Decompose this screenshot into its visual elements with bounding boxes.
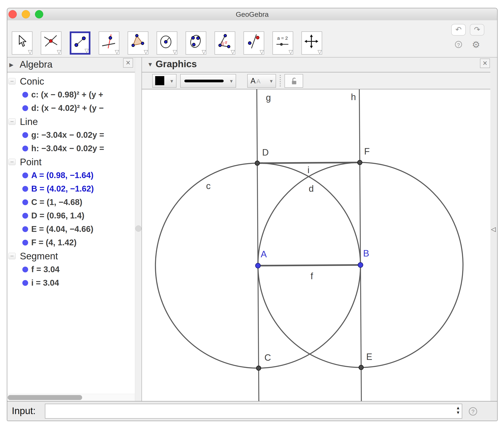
- settings-button[interactable]: ⚙: [472, 39, 480, 50]
- label-d[interactable]: d: [309, 183, 314, 194]
- input-field[interactable]: [45, 404, 462, 419]
- tool-dropdown-icon[interactable]: ▽: [115, 49, 119, 55]
- tool-dropdown-icon[interactable]: ▽: [85, 47, 89, 54]
- object-visibility-bullet[interactable]: [22, 213, 28, 219]
- spinner-down-icon[interactable]: ▾: [457, 410, 459, 415]
- point-A[interactable]: [255, 263, 261, 268]
- object-definition[interactable]: i = 3.04: [31, 278, 59, 287]
- tool-button-point[interactable]: ▽: [41, 31, 62, 55]
- algebra-object-row[interactable]: F = (4, 1.42): [7, 236, 135, 249]
- object-visibility-bullet[interactable]: [22, 186, 28, 192]
- algebra-object-row[interactable]: h: −3.04x − 0.02y =: [7, 142, 135, 155]
- object-definition[interactable]: g: −3.04x − 0.02y =: [31, 130, 104, 140]
- algebra-object-row[interactable]: d: (x − 4.02)² + (y −: [7, 101, 135, 115]
- algebra-object-row[interactable]: B = (4.02, −1.62): [7, 182, 135, 196]
- point-F[interactable]: [358, 160, 362, 165]
- collapse-panel-arrow[interactable]: ◁: [491, 225, 496, 233]
- algebra-object-row[interactable]: f = 3.04: [7, 263, 135, 276]
- tool-dropdown-icon[interactable]: ▽: [173, 49, 177, 55]
- color-swatch-button[interactable]: ▼: [152, 74, 177, 88]
- object-definition[interactable]: h: −3.04x − 0.02y =: [31, 144, 104, 153]
- point-C[interactable]: [256, 366, 261, 370]
- panel-splitter[interactable]: [135, 57, 142, 401]
- object-definition[interactable]: B = (4.02, −1.62): [31, 184, 94, 193]
- algebra-object-row[interactable]: E = (4.04, −4.66): [7, 222, 135, 236]
- line-style-button[interactable]: ▼: [180, 74, 236, 88]
- algebra-object-row[interactable]: c: (x − 0.98)² + (y +: [7, 88, 135, 101]
- scrollbar-thumb[interactable]: [8, 395, 82, 400]
- algebra-expand-icon[interactable]: ▶: [9, 62, 13, 68]
- label-E[interactable]: E: [366, 352, 372, 362]
- tool-button-circle-center-point[interactable]: ▽: [157, 31, 177, 55]
- object-definition[interactable]: A = (0.98, −1.64): [31, 171, 93, 180]
- object-definition[interactable]: d: (x − 4.02)² + (y −: [31, 103, 104, 113]
- object-visibility-bullet[interactable]: [22, 132, 28, 138]
- label-B[interactable]: B: [363, 248, 369, 258]
- object-visibility-bullet[interactable]: [22, 199, 28, 205]
- undo-button[interactable]: ↶: [451, 24, 466, 36]
- algebra-object-row[interactable]: D = (0.96, 1.4): [7, 209, 135, 222]
- label-A[interactable]: A: [261, 249, 267, 259]
- segment-i[interactable]: [257, 162, 360, 163]
- object-visibility-bullet[interactable]: [22, 92, 28, 98]
- object-visibility-bullet[interactable]: [22, 105, 28, 111]
- algebra-object-row[interactable]: g: −3.04x − 0.02y =: [7, 128, 135, 142]
- label-i[interactable]: i: [307, 165, 309, 175]
- object-visibility-bullet[interactable]: [22, 280, 28, 286]
- algebra-close-button[interactable]: ×: [123, 58, 133, 68]
- tool-button-segment[interactable]: ▽: [70, 31, 90, 55]
- redo-button[interactable]: ↷: [470, 24, 484, 36]
- tool-button-conic-through-points[interactable]: ▽: [186, 31, 206, 55]
- tool-dropdown-icon[interactable]: ▽: [144, 49, 148, 55]
- tool-dropdown-icon[interactable]: ▽: [260, 49, 264, 55]
- point-D[interactable]: [255, 161, 260, 165]
- tool-button-reflect[interactable]: ▽: [243, 31, 264, 55]
- collapse-section-button[interactable]: −: [8, 159, 16, 165]
- collapse-section-button[interactable]: −: [8, 253, 16, 259]
- collapse-section-button[interactable]: −: [8, 118, 16, 125]
- tool-dropdown-icon[interactable]: ▽: [28, 49, 32, 55]
- tool-button-move-view[interactable]: ▽: [301, 31, 322, 55]
- label-f[interactable]: f: [311, 271, 313, 281]
- help-button[interactable]: ?: [455, 41, 462, 48]
- object-visibility-bullet[interactable]: [22, 172, 28, 178]
- object-definition[interactable]: F = (4, 1.42): [31, 238, 77, 247]
- label-D[interactable]: D: [262, 147, 269, 157]
- label-F[interactable]: F: [364, 146, 370, 156]
- algebra-horizontal-scrollbar[interactable]: [7, 394, 135, 401]
- segment-f[interactable]: [258, 265, 361, 266]
- text-style-button[interactable]: A A ▼: [247, 74, 276, 88]
- object-definition[interactable]: D = (0.96, 1.4): [31, 211, 84, 220]
- input-help-button[interactable]: ?: [469, 407, 477, 415]
- lock-view-button[interactable]: [285, 74, 303, 88]
- label-h[interactable]: h: [351, 92, 356, 102]
- object-definition[interactable]: E = (4.04, −4.66): [31, 224, 93, 234]
- tool-button-move[interactable]: ▽: [12, 31, 33, 55]
- algebra-object-row[interactable]: C = (1, −4.68): [7, 196, 135, 209]
- object-definition[interactable]: f = 3.04: [31, 265, 60, 274]
- object-visibility-bullet[interactable]: [22, 240, 28, 245]
- object-visibility-bullet[interactable]: [22, 146, 28, 151]
- label-c[interactable]: c: [206, 181, 211, 191]
- tool-button-slider[interactable]: a = 2▽: [272, 31, 293, 55]
- object-visibility-bullet[interactable]: [22, 226, 28, 232]
- object-visibility-bullet[interactable]: [22, 267, 28, 272]
- object-definition[interactable]: C = (1, −4.68): [31, 197, 82, 207]
- point-B[interactable]: [358, 262, 363, 268]
- label-g[interactable]: g: [266, 92, 271, 103]
- tool-button-angle[interactable]: α▽: [215, 31, 235, 55]
- tool-button-perpendicular-line[interactable]: ▽: [99, 31, 119, 55]
- label-C[interactable]: C: [264, 352, 271, 363]
- tool-dropdown-icon[interactable]: ▽: [318, 49, 322, 55]
- algebra-object-row[interactable]: i = 3.04: [7, 276, 135, 290]
- panel-splitter-handle[interactable]: [135, 225, 142, 232]
- tool-button-polygon[interactable]: ▽: [128, 31, 148, 55]
- graphics-view[interactable]: ghDFidcABfCE: [142, 89, 490, 401]
- collapse-section-button[interactable]: −: [8, 78, 16, 85]
- tool-dropdown-icon[interactable]: ▽: [289, 49, 293, 55]
- object-definition[interactable]: c: (x − 0.98)² + (y +: [31, 90, 103, 99]
- point-E[interactable]: [359, 365, 363, 370]
- algebra-object-row[interactable]: A = (0.98, −1.64): [7, 169, 135, 182]
- graphics-collapse-icon[interactable]: ▼: [147, 61, 153, 68]
- graphics-close-button[interactable]: ×: [480, 59, 490, 68]
